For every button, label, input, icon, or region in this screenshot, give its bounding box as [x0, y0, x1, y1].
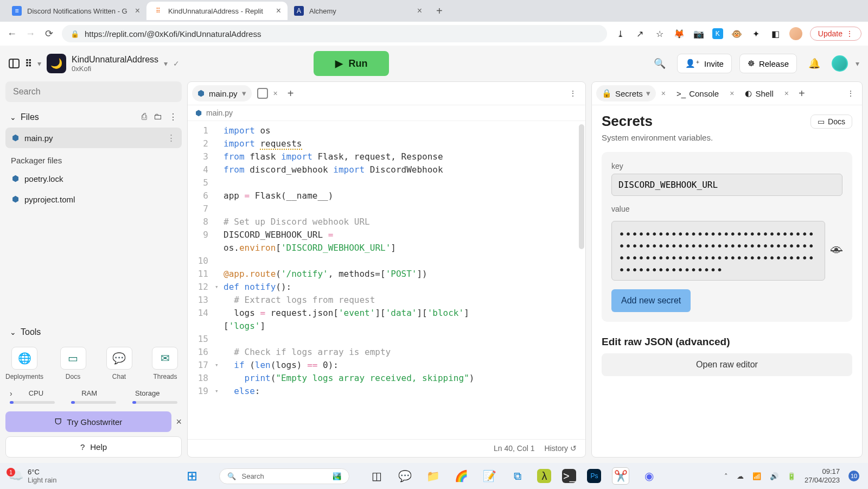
add-tab-button[interactable]: +: [283, 87, 298, 100]
install-icon[interactable]: ⤓: [615, 28, 627, 40]
close-icon[interactable]: ×: [659, 89, 668, 98]
bookmark-icon[interactable]: ☆: [654, 28, 666, 40]
history-button[interactable]: History ↺: [545, 444, 577, 453]
panel-toggle-icon[interactable]: [9, 59, 20, 68]
close-icon[interactable]: ×: [727, 89, 736, 98]
kebab-icon[interactable]: ⋮: [167, 133, 175, 143]
onedrive-icon[interactable]: ☁: [737, 472, 744, 480]
key-input[interactable]: [611, 174, 843, 196]
weather-widget[interactable]: ☁️1 6°C Light rain: [9, 468, 56, 484]
chevron-right-icon[interactable]: ›: [10, 389, 12, 398]
tools-header[interactable]: ⌄ Tools: [5, 322, 182, 342]
tab-console[interactable]: >_ Console: [671, 86, 724, 101]
replit-logo-icon[interactable]: ⠿: [25, 58, 32, 69]
eye-off-icon[interactable]: 👁: [831, 244, 843, 258]
ext-k-icon[interactable]: K: [712, 28, 723, 39]
kebab-icon[interactable]: ⋮: [169, 112, 177, 122]
battery-icon[interactable]: 🔋: [787, 472, 796, 480]
files-header[interactable]: ⌄ Files ⎙ 🗀 ⋮: [5, 106, 182, 128]
share-icon[interactable]: ↗: [634, 28, 646, 40]
pycharm-icon[interactable]: λ: [537, 469, 551, 483]
browser-tab-2[interactable]: A Alchemy ×: [288, 2, 429, 20]
tab-secrets[interactable]: 🔒 Secrets ▾: [596, 85, 656, 101]
teams-icon[interactable]: 💬: [396, 467, 413, 485]
tool-deployments[interactable]: 🌐Deployments: [5, 347, 43, 380]
kebab-icon[interactable]: ⋮: [844, 89, 858, 98]
ext-monkey-icon[interactable]: 🐵: [731, 28, 743, 40]
run-button[interactable]: ▶ Run: [314, 51, 389, 76]
tool-threads[interactable]: ✉Threads: [149, 347, 182, 380]
docs-button[interactable]: ▭ Docs: [810, 115, 852, 129]
search-button[interactable]: 🔍: [650, 54, 669, 73]
close-icon[interactable]: ×: [176, 416, 182, 428]
chevron-down-icon[interactable]: ▾: [856, 59, 859, 68]
discord-icon[interactable]: ◉: [640, 467, 658, 485]
terminal-icon[interactable]: >_: [562, 469, 576, 483]
kebab-icon[interactable]: ⋮: [565, 89, 581, 98]
file-item-main-py[interactable]: ⬢ main.py ⋮: [5, 128, 182, 148]
chevron-down-icon[interactable]: ▾: [37, 59, 41, 68]
invite-button[interactable]: 👤⁺ Invite: [677, 54, 732, 73]
new-tab-button[interactable]: +: [429, 5, 450, 17]
user-avatar[interactable]: [832, 55, 848, 72]
clock[interactable]: 09:17 27/04/2023: [805, 467, 840, 484]
close-icon[interactable]: ×: [417, 7, 422, 15]
notification-badge[interactable]: 10: [848, 471, 859, 481]
metamask-icon[interactable]: 🦊: [673, 28, 685, 40]
back-button[interactable]: ←: [7, 28, 17, 40]
try-ghostwriter-button[interactable]: ᗜ Try Ghostwriter: [5, 411, 171, 432]
notepad-icon[interactable]: 📝: [481, 467, 498, 485]
tray-chevron-icon[interactable]: ˄: [724, 472, 728, 480]
tool-chat[interactable]: 💬Chat: [103, 347, 136, 380]
code-content[interactable]: import osimport requestsfrom flask impor…: [224, 121, 585, 439]
update-button[interactable]: Update ⋮: [810, 27, 861, 41]
open-raw-editor-button[interactable]: Open raw editor: [602, 353, 852, 376]
breadcrumb[interactable]: ⬢ main.py: [188, 105, 585, 121]
bell-icon[interactable]: 🔔: [805, 54, 824, 73]
new-file-icon[interactable]: ⎙: [142, 112, 147, 122]
taskbar-search[interactable]: 🔍 Search 🏞️: [219, 468, 349, 484]
chrome-icon[interactable]: 🌈: [452, 467, 470, 485]
snip-icon[interactable]: ✂️: [612, 467, 629, 485]
add-secret-button[interactable]: Add new secret: [611, 289, 691, 312]
add-tab-button[interactable]: +: [794, 87, 809, 100]
close-icon[interactable]: ×: [135, 7, 140, 15]
search-input[interactable]: Search: [5, 81, 182, 102]
close-icon[interactable]: ×: [273, 89, 278, 98]
extensions-icon[interactable]: ✦: [750, 28, 762, 40]
chevron-down-icon[interactable]: ▾: [646, 88, 650, 98]
editor-tab-main-py[interactable]: ⬢ main.py ▾: [192, 85, 252, 101]
help-button[interactable]: ? Help: [5, 436, 182, 458]
code-editor[interactable]: 123456789 1011121314 1516171819 ▾ ▾ ▾ im…: [188, 121, 585, 439]
task-view-icon[interactable]: ◫: [368, 467, 385, 485]
browser-tab-0[interactable]: ≡ Discord Notifications Written - G ×: [5, 2, 146, 20]
reload-button[interactable]: ⟳: [43, 28, 54, 40]
sidepanel-icon[interactable]: ◧: [770, 28, 782, 40]
tool-docs[interactable]: ▭Docs: [56, 347, 90, 380]
tab-shell[interactable]: ◐ Shell: [739, 85, 778, 101]
outline-icon[interactable]: [257, 88, 268, 99]
fold-gutter[interactable]: ▾ ▾ ▾: [215, 121, 224, 439]
new-folder-icon[interactable]: 🗀: [154, 112, 162, 122]
url-input[interactable]: 🔒 https://replit.com/@0xKofi/KindUnnatur…: [62, 25, 607, 42]
vscode-icon[interactable]: ⧉: [509, 467, 526, 485]
start-button[interactable]: ⊞: [183, 467, 201, 485]
browser-tab-1[interactable]: ⠿ KindUnnaturalAddress - Replit ×: [146, 2, 288, 20]
file-item-pyproject[interactable]: ⬢ pyproject.toml: [5, 189, 182, 209]
value-input[interactable]: ••••••••••••••••••••••••••••••••••••••••…: [611, 221, 825, 281]
scrollbar-thumb[interactable]: [579, 124, 584, 249]
explorer-icon[interactable]: 📁: [424, 467, 442, 485]
wifi-icon[interactable]: 📶: [752, 472, 761, 480]
chevron-down-icon[interactable]: ▾: [164, 59, 168, 68]
chevron-down-icon[interactable]: ▾: [242, 88, 246, 98]
camera-icon[interactable]: 📷: [693, 28, 705, 40]
close-icon[interactable]: ×: [276, 7, 281, 15]
close-icon[interactable]: ×: [782, 89, 791, 98]
file-item-poetry-lock[interactable]: ⬢ poetry.lock: [5, 168, 182, 189]
sync-icon[interactable]: ✓: [173, 59, 180, 68]
profile-avatar[interactable]: [789, 27, 802, 40]
forward-button[interactable]: →: [25, 28, 36, 40]
photoshop-icon[interactable]: Ps: [587, 469, 601, 483]
volume-icon[interactable]: 🔊: [770, 472, 778, 480]
release-button[interactable]: ☸ Release: [739, 54, 797, 73]
